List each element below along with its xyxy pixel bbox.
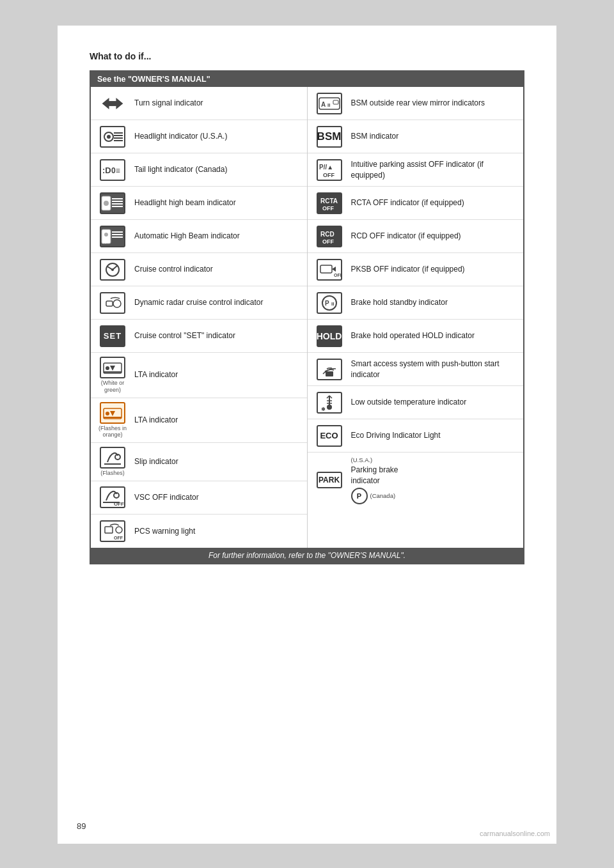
svg-text:P: P <box>325 300 329 307</box>
item-description: Intuitive parking assist OFF indicator (… <box>351 159 519 181</box>
item-description: LTA indicator <box>134 369 302 380</box>
item-description: Eco Driving Indicator Light <box>351 430 519 441</box>
item-description: RCD OFF indicator (if equipped) <box>351 231 519 242</box>
icon-cell: (White orgreen) <box>96 357 129 394</box>
list-item: HOLD Brake hold operated HOLD indicator <box>308 320 524 353</box>
table-footer: For further information, refer to the "O… <box>91 548 523 563</box>
list-item: OFF VSC OFF indicator <box>91 481 307 515</box>
section-title: What to do if... <box>90 51 524 61</box>
icon-cell <box>96 93 129 114</box>
list-item: Dynamic radar cruise control indicator <box>91 286 307 320</box>
svg-point-38 <box>116 527 122 533</box>
svg-rect-24 <box>106 301 113 306</box>
pksb-off-icon: OFF <box>317 259 342 281</box>
item-description: Cruise control indicator <box>134 264 302 275</box>
icon-cell: A <box>96 226 129 247</box>
svg-point-31 <box>106 412 109 415</box>
park-icon: PARK <box>317 472 342 488</box>
item-description: PCS warning light <box>134 526 302 537</box>
item-description: PKSB OFF indicator (if equipped) <box>351 264 519 275</box>
item-description: Brake hold operated HOLD indicator <box>351 330 519 341</box>
set-icon: SET <box>100 325 125 347</box>
item-description: LTA indicator <box>134 415 302 426</box>
list-item: PARK (U.S.A.) Parking brakeindicator P <box>308 453 524 508</box>
svg-text:II: II <box>331 301 334 307</box>
eco-icon: ECO <box>317 425 342 447</box>
lta-white-icon <box>100 357 125 378</box>
list-item: Headlight indicator (U.S.A.) <box>91 120 307 153</box>
icon-cell: ❄ <box>313 392 346 414</box>
right-column: A II BSM outside rear view mirror indica… <box>308 87 524 548</box>
icon-cell: A II <box>313 93 346 114</box>
table-header: See the "OWNER'S MANUAL" <box>91 72 523 87</box>
list-item: Headlight high beam indicator <box>91 187 307 220</box>
item-description: Automatic High Beam indicator <box>134 231 302 242</box>
item-description: Cruise control "SET" indicator <box>134 330 302 341</box>
list-item: (White orgreen) LTA indicator <box>91 353 307 398</box>
svg-text:❄: ❄ <box>321 407 326 412</box>
icon-note: (Flashes inorange) <box>98 425 127 439</box>
item-description: Headlight indicator (U.S.A.) <box>134 131 302 142</box>
left-column: Turn signal indicator <box>91 87 308 548</box>
icon-cell: PARK <box>313 472 346 488</box>
svg-rect-55 <box>326 371 333 376</box>
high-beam-icon <box>100 192 125 214</box>
svg-point-17 <box>104 233 108 236</box>
svg-marker-1 <box>109 97 123 109</box>
svg-text:RCD: RCD <box>320 231 335 238</box>
svg-point-56 <box>327 405 332 410</box>
svg-rect-43 <box>333 100 338 104</box>
icon-cell <box>96 259 129 281</box>
icon-cell: :D 0≡ <box>96 159 129 181</box>
smart-access-icon <box>317 359 342 380</box>
svg-text:OFF: OFF <box>322 205 334 212</box>
svg-text:P//▲: P//▲ <box>319 164 333 171</box>
list-item: Turn signal indicator <box>91 87 307 120</box>
item-description: Smart access system with push-button sta… <box>351 359 519 380</box>
indicator-table: See the "OWNER'S MANUAL" Turn signal in <box>90 70 524 564</box>
list-item: RCD OFF RCD OFF indicator (if equipped) <box>308 220 524 253</box>
brake-hold-operated-icon: HOLD <box>317 325 342 347</box>
item-description: VSC OFF indicator <box>134 492 302 503</box>
list-item: OFF PKSB OFF indicator (if equipped) <box>308 253 524 286</box>
table-body: Turn signal indicator <box>91 87 523 548</box>
svg-text:OFF: OFF <box>334 273 341 277</box>
icon-cell: P//▲ OFF <box>313 159 346 181</box>
item-description: Turn signal indicator <box>134 98 302 109</box>
item-description: Slip indicator <box>134 456 302 467</box>
icon-cell <box>96 292 129 314</box>
svg-text:OFF: OFF <box>322 238 334 245</box>
watermark: carmanualsonline.com <box>480 830 550 837</box>
rcta-off-icon: RCTA OFF <box>317 192 342 214</box>
icon-cell: (Flashes inorange) <box>96 402 129 439</box>
svg-rect-50 <box>320 265 332 273</box>
park-usa-note: (U.S.A.) <box>351 456 373 463</box>
list-item: P//▲ OFF Intuitive parking assist OFF in… <box>308 153 524 187</box>
item-description: Tail light indicator (Canada) <box>134 164 302 175</box>
icon-cell <box>96 126 129 148</box>
item-description: BSM outside rear view mirror indicators <box>351 98 519 109</box>
icon-cell: RCD OFF <box>313 226 346 247</box>
vsc-off-icon: OFF <box>100 486 125 508</box>
headlight-icon <box>100 126 125 148</box>
svg-text:RCTA: RCTA <box>320 198 338 205</box>
tail-light-icon: :D 0≡ <box>100 159 125 181</box>
svg-rect-37 <box>105 527 113 533</box>
list-item: OFF PCS warning light <box>91 515 307 548</box>
list-item: A Automatic High Beam indicator <box>91 220 307 253</box>
list-item: Smart access system with push-button sta… <box>308 353 524 386</box>
turn-signal-icon <box>100 93 125 114</box>
svg-point-28 <box>106 366 109 370</box>
icon-note: (White orgreen) <box>101 380 125 394</box>
lta-orange-icon <box>100 402 125 424</box>
park-canada-note: (Canada) <box>370 492 396 499</box>
icon-note: (Flashes) <box>100 470 125 477</box>
list-item: A II BSM outside rear view mirror indica… <box>308 87 524 120</box>
svg-text:II: II <box>327 102 330 108</box>
icon-cell <box>96 192 129 214</box>
item-description: Brake hold standby indicator <box>351 297 519 308</box>
list-item: (Flashes inorange) LTA indicator <box>91 398 307 444</box>
svg-text:A: A <box>321 101 326 108</box>
park-canada-icon: P <box>351 488 368 504</box>
list-item: ECO Eco Driving Indicator Light <box>308 419 524 453</box>
